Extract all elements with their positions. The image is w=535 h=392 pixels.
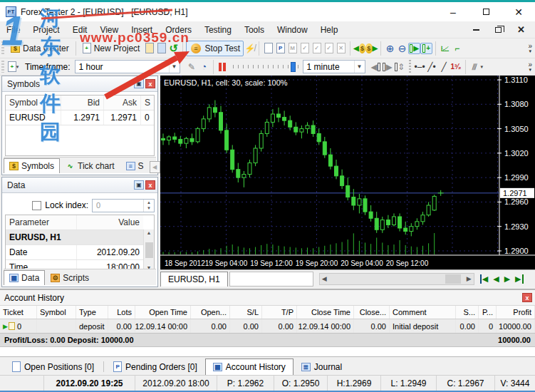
tick-add-icon[interactable]: + <box>420 43 432 54</box>
col-comment[interactable]: Comment <box>390 306 456 319</box>
step-chart-mode-icon[interactable]: ⌐ <box>451 43 463 54</box>
timer-icon[interactable]: ◔ <box>198 61 210 73</box>
price-chart[interactable]: EURUSD, H1, cell: 30, scale: 100% 1.3110… <box>160 76 535 269</box>
menu-view[interactable]: View <box>93 22 125 38</box>
lock-index-spinner[interactable]: 0 ▲▼ <box>92 199 155 212</box>
line-chart-mode-icon[interactable]: 📈︎ <box>439 43 451 54</box>
ray-tool-icon[interactable]: ╱ <box>438 61 450 73</box>
spinner-arrows[interactable]: ▲▼ <box>143 200 154 212</box>
col-swap[interactable]: S... <box>456 306 479 319</box>
panel-close-button[interactable]: x <box>145 79 155 88</box>
col-pips[interactable]: P... <box>479 306 497 319</box>
col-symbol[interactable]: Symbol <box>37 306 76 319</box>
close-button[interactable]: ✕ <box>502 2 535 21</box>
scroll-up-icon[interactable]: ▲ <box>147 230 152 235</box>
col-open-price[interactable]: Open... <box>191 306 230 319</box>
lock-index-checkbox[interactable] <box>32 201 41 210</box>
speed-slider-thumb[interactable] <box>291 62 296 72</box>
col-lots[interactable]: Lots <box>108 306 135 319</box>
close-order-icon[interactable]: ✓ <box>311 43 323 54</box>
col-close-time[interactable]: Close Time <box>297 306 354 319</box>
zoom-in-icon[interactable]: ⊕ <box>384 43 396 54</box>
prev-bar-icon[interactable]: ◀ <box>493 274 499 284</box>
col-close-price[interactable]: Close... <box>354 306 390 319</box>
panel-restore-button[interactable]: ▣ <box>134 79 144 88</box>
delete-order-icon[interactable]: ✕ <box>335 43 347 54</box>
tab-statistics[interactable]: ≡ S <box>120 158 150 173</box>
next-bar-icon[interactable]: ▶ <box>504 274 510 284</box>
trendline-tool-icon[interactable]: ╱• <box>426 61 438 73</box>
mdi-close-button[interactable]: ✕ <box>517 26 525 33</box>
tab-journal[interactable]: ≣ Journal <box>294 359 350 375</box>
menu-insert[interactable]: Insert <box>125 22 159 38</box>
tick-speed-select[interactable]: 1 minute ▼ <box>303 60 365 73</box>
menu-window[interactable]: Window <box>271 22 314 38</box>
menu-edit[interactable]: Edit <box>66 22 94 38</box>
col-profit[interactable]: Profit <box>497 306 535 319</box>
data-scrollbar[interactable]: ▲ ▼ <box>143 229 154 271</box>
close-all-icon[interactable]: ✓ <box>323 43 335 54</box>
go-first-bar-icon[interactable]: ◀ <box>480 274 488 284</box>
panel-restore-button[interactable]: ▣ <box>134 180 144 190</box>
col-symbol[interactable]: Symbol <box>6 96 61 110</box>
candlestick-plot[interactable]: 1.31101.30801.30501.30201.29901.29601.29… <box>160 76 535 269</box>
col-sl[interactable]: S/L <box>230 306 262 319</box>
fibonacci-tool-icon[interactable]: 1³⁄₂ <box>450 61 462 73</box>
step-forward-icon[interactable]: ▶ <box>382 61 394 73</box>
market-order-icon[interactable]: M <box>286 43 298 54</box>
col-value[interactable]: Value <box>77 215 143 229</box>
toolbar-overflow-button[interactable]: »▾ <box>528 43 535 53</box>
col-open-time[interactable]: Open Time <box>135 306 191 319</box>
step-vertical-icon[interactable]: ⇕ <box>394 61 406 73</box>
buy-icon[interactable]: $▶ <box>365 43 378 54</box>
data-row-date[interactable]: Date 2012.09.20 <box>6 245 143 260</box>
menu-help[interactable]: Help <box>314 22 345 38</box>
col-ticket[interactable]: Ticket <box>0 306 37 319</box>
tab-open-positions[interactable]: Open Positions [0] <box>4 358 102 375</box>
col-type[interactable]: Type <box>76 306 108 319</box>
col-ask[interactable]: Ask <box>104 96 141 110</box>
pending-order-icon[interactable]: P <box>274 43 286 54</box>
new-project-button[interactable]: + New Project <box>79 41 144 56</box>
hline-tool-icon[interactable]: •–• <box>414 61 426 73</box>
panel-close-button[interactable]: x <box>522 293 532 302</box>
stop-test-button[interactable]: ≡ Stop Test <box>186 41 244 56</box>
panel-close-button[interactable]: x <box>145 180 155 190</box>
chart-tab-eurusd-h1[interactable]: EURUSD, H1 <box>160 272 228 287</box>
zoom-out-icon[interactable]: ⊖ <box>396 43 408 54</box>
open-project-icon[interactable] <box>143 43 155 54</box>
speed-slider[interactable] <box>233 62 298 72</box>
new-chart-icon[interactable] <box>262 43 274 54</box>
scroll-thumb[interactable] <box>145 242 153 258</box>
toolbar-grip[interactable] <box>1 41 4 55</box>
sell-icon[interactable]: ◀$ <box>353 43 365 54</box>
scroll-thumb[interactable] <box>445 274 461 284</box>
tab-symbols[interactable]: $ Symbols <box>4 158 60 173</box>
data-group-row[interactable]: EURUSD, H1 <box>6 230 143 244</box>
minimize-button[interactable]: – <box>437 2 469 21</box>
toolbar-grip[interactable] <box>1 61 4 72</box>
tab-scripts[interactable]: ⚙ Scripts <box>45 270 95 285</box>
go-last-bar-icon[interactable]: ▶ <box>515 274 523 284</box>
save-project-icon[interactable] <box>155 43 167 54</box>
chevron-down-icon[interactable]: ▾ <box>481 64 484 70</box>
toolbar-overflow-button[interactable]: »▾ <box>528 62 535 72</box>
account-history-row[interactable]: ▶0 deposit 0.00 12.09.14 00:00 0.00 0.00… <box>0 319 535 333</box>
data-center-button[interactable]: $ Data Center <box>7 41 73 56</box>
step-back-icon[interactable]: ◀ <box>370 61 382 73</box>
col-parameter[interactable]: Parameter <box>6 215 77 229</box>
scroll-left-icon[interactable]: ◀ <box>322 275 327 282</box>
maximize-button[interactable] <box>469 2 502 21</box>
col-bid[interactable]: Bid <box>61 96 104 110</box>
tick-play-icon[interactable]: ▶ <box>408 43 420 54</box>
restart-test-icon[interactable]: ↺ <box>167 43 180 54</box>
tab-tick-chart[interactable]: ∿ Tick chart <box>60 158 120 173</box>
modify-order-icon[interactable]: ✓ <box>298 43 311 54</box>
tab-data[interactable]: ▦ Data <box>4 270 45 285</box>
chart-hscrollbar[interactable]: ◀ ▶ <box>319 273 474 285</box>
no-trade-icon[interactable]: ⚡̸ <box>244 43 256 54</box>
symbol-row-eurusd[interactable]: EURUSD 1.2971 1.2971 0 <box>6 110 154 125</box>
menu-project[interactable]: Project <box>26 22 66 38</box>
time-frame-select[interactable]: 1 hour ▼ <box>75 60 180 73</box>
col-s[interactable]: S <box>141 96 154 110</box>
